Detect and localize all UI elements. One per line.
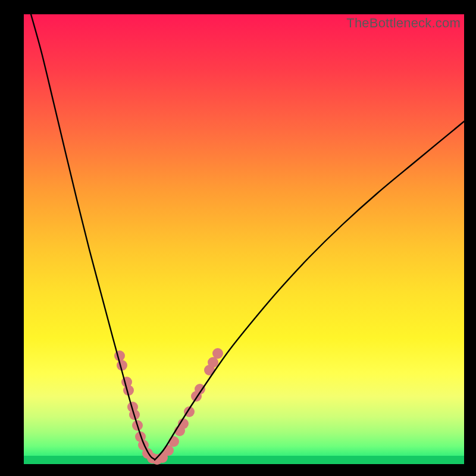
valley-dots-group (114, 348, 223, 465)
right-curve (155, 121, 464, 460)
valley-dot (212, 348, 223, 359)
left-curve (31, 14, 155, 459)
plot-area: TheBottleneck.com (24, 14, 464, 464)
valley-dot (163, 445, 174, 456)
chart-svg (24, 14, 464, 464)
valley-dot (168, 436, 179, 447)
valley-dot (114, 350, 125, 361)
chart-stage: TheBottleneck.com (0, 0, 476, 476)
